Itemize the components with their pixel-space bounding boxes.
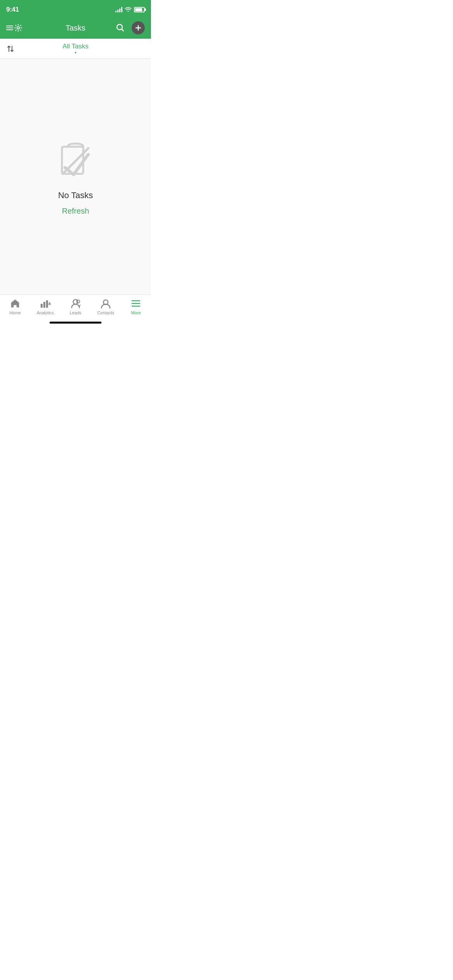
svg-rect-4	[41, 304, 43, 308]
plus-icon	[135, 24, 142, 31]
settings-button[interactable]	[6, 24, 22, 32]
chevron-down-icon: ▼	[74, 51, 77, 55]
more-icon	[130, 298, 141, 309]
add-button[interactable]	[132, 21, 145, 34]
empty-state: No Tasks Refresh	[52, 138, 99, 216]
nav-label-contacts: Contacts	[97, 310, 114, 315]
header-left	[6, 24, 22, 32]
nav-item-contacts[interactable]: Contacts	[91, 298, 121, 315]
filter-bar: All Tasks ▼	[0, 39, 151, 59]
sort-icon	[6, 45, 15, 53]
no-tasks-label: No Tasks	[58, 190, 93, 200]
svg-point-7	[49, 302, 50, 304]
svg-rect-6	[46, 300, 48, 308]
search-icon	[115, 23, 125, 32]
status-time: 9:41	[6, 6, 19, 14]
nav-label-leads: Leads	[70, 310, 81, 315]
filter-dropdown[interactable]: All Tasks ▼	[63, 43, 89, 55]
status-icons	[115, 7, 145, 13]
contacts-icon	[100, 298, 111, 309]
svg-point-0	[17, 27, 19, 29]
nav-item-leads[interactable]: Leads	[60, 298, 91, 315]
signal-icon	[115, 7, 122, 12]
nav-label-more: More	[131, 310, 141, 315]
checkmark-slash-icon	[54, 140, 97, 182]
header-right	[114, 21, 145, 35]
svg-rect-2	[62, 147, 83, 174]
filter-title-label: All Tasks	[63, 43, 89, 50]
nav-label-analytics: Analytics	[37, 310, 54, 315]
refresh-button[interactable]: Refresh	[62, 207, 89, 216]
menu-lines-icon	[6, 26, 13, 30]
header: Tasks	[0, 17, 151, 39]
nav-item-analytics[interactable]: Analytics	[30, 298, 60, 315]
no-tasks-icon	[52, 138, 99, 184]
sort-button[interactable]	[6, 45, 15, 53]
nav-label-home: Home	[9, 310, 21, 315]
main-content: No Tasks Refresh	[0, 59, 151, 295]
nav-item-home[interactable]: Home	[0, 298, 30, 315]
status-bar: 9:41	[0, 0, 151, 17]
page-title: Tasks	[65, 24, 85, 33]
battery-icon	[134, 7, 145, 12]
home-indicator	[50, 322, 101, 324]
svg-rect-5	[43, 302, 45, 308]
home-icon	[10, 298, 21, 309]
search-button[interactable]	[114, 21, 126, 35]
wifi-icon	[125, 7, 132, 13]
analytics-icon	[40, 298, 51, 309]
leads-icon	[70, 298, 81, 309]
gear-icon	[14, 24, 22, 32]
nav-item-more[interactable]: More	[121, 298, 151, 315]
